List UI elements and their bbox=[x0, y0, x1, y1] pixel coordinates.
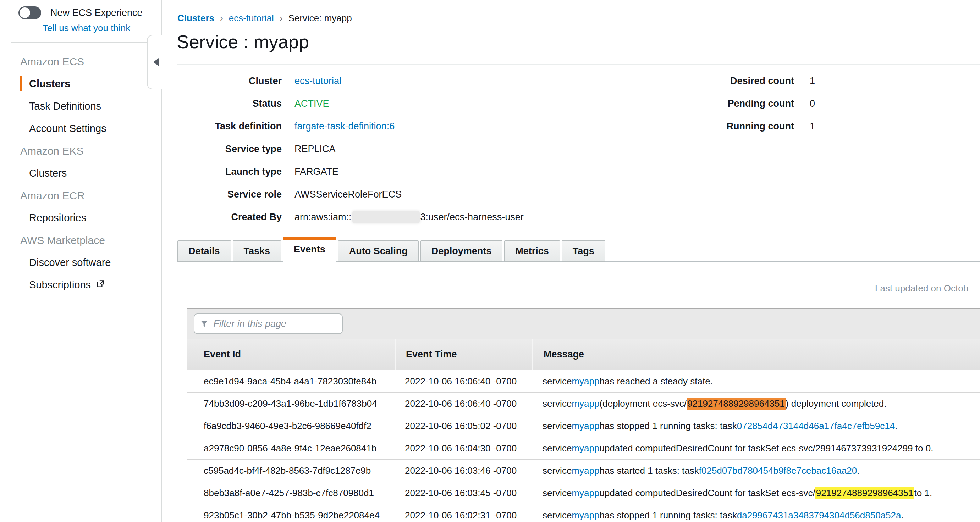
message-link[interactable]: myapp bbox=[572, 488, 599, 498]
sidebar-item-subscriptions[interactable]: Subscriptions bbox=[0, 274, 161, 296]
detail-link[interactable]: fargate-task-definition:6 bbox=[294, 121, 395, 132]
tab-metrics[interactable]: Metrics bbox=[504, 240, 560, 262]
detail-label: Created By bbox=[177, 212, 282, 223]
message-cell: service myapp has stopped 1 running task… bbox=[532, 415, 980, 437]
last-updated-text: Last updated on Octob bbox=[875, 283, 968, 294]
event-row: a2978c90-0856-4a8e-9f4c-12eae260841b2022… bbox=[187, 437, 980, 460]
message-link[interactable]: myapp bbox=[572, 510, 599, 521]
detail-value-service-type: REPLICA bbox=[294, 144, 336, 155]
breadcrumb-separator-icon: › bbox=[220, 13, 223, 24]
event-time-cell: 2022-10-06 16:03:46 -0700 bbox=[395, 460, 532, 482]
event-row: 923b05c1-30b2-47bb-b535-9d2be22084e42022… bbox=[187, 504, 980, 522]
tab-details[interactable]: Details bbox=[177, 240, 231, 262]
sidebar-item-account-settings[interactable]: Account Settings bbox=[0, 117, 161, 140]
toggle-knob-icon bbox=[19, 8, 30, 18]
breadcrumb-separator-icon: › bbox=[280, 13, 283, 24]
event-time-cell: 2022-10-06 16:04:30 -0700 bbox=[395, 437, 532, 459]
created-by-suffix: 3:user/ecs-harness-user bbox=[420, 212, 524, 223]
message-text: service bbox=[542, 465, 572, 476]
sidebar-item-label: Clusters bbox=[29, 73, 70, 95]
events-table-header: Event IdEvent TimeMessage bbox=[187, 340, 980, 370]
service-counts: Desired count1Pending count0Running coun… bbox=[695, 70, 815, 138]
count-value: 1 bbox=[810, 76, 815, 87]
breadcrumb: Clusters›ecs-tutorial›Service: myapp bbox=[177, 13, 352, 24]
filter-box[interactable] bbox=[194, 314, 343, 334]
tab-auto-scaling[interactable]: Auto Scaling bbox=[338, 240, 419, 262]
message-text: has started 1 tasks: task bbox=[599, 465, 698, 476]
event-id-cell: 8beb3a8f-a0e7-4257-983b-c7fc870980d1 bbox=[187, 482, 395, 504]
detail-row-service-type: Service typeREPLICA bbox=[177, 138, 524, 160]
active-item-bar bbox=[20, 76, 22, 92]
event-row: 74bb3d09-c209-43a1-96be-1db1f6783b042022… bbox=[187, 393, 980, 415]
filter-input[interactable] bbox=[213, 318, 336, 330]
message-link[interactable]: myapp bbox=[572, 443, 599, 454]
message-link[interactable]: myapp bbox=[572, 398, 599, 409]
message-link[interactable]: myapp bbox=[572, 376, 599, 387]
detail-row-task-definition: Task definitionfargate-task-definition:6 bbox=[177, 115, 524, 138]
tab-bar: DetailsTasksEventsAuto ScalingDeployment… bbox=[177, 239, 607, 262]
message-text: updated computedDesiredCount for taskSet… bbox=[599, 488, 815, 498]
sidebar-nav: Amazon ECSClustersTask DefinitionsAccoun… bbox=[0, 50, 161, 296]
sidebar-item-clusters[interactable]: Clusters bbox=[0, 162, 161, 184]
message-text: (deployment ecs-svc/ bbox=[599, 398, 687, 409]
breadcrumb-current-service-myapp: Service: myapp bbox=[288, 13, 352, 24]
detail-label: Task definition bbox=[177, 121, 282, 132]
event-row: 8beb3a8f-a0e7-4257-983b-c7fc870980d12022… bbox=[187, 482, 980, 504]
sidebar-item-clusters[interactable]: Clusters bbox=[0, 73, 161, 95]
event-time-cell: 2022-10-06 16:05:02 -0700 bbox=[395, 415, 532, 437]
count-label: Running count bbox=[695, 121, 794, 132]
detail-text: ACTIVE bbox=[294, 98, 329, 109]
event-id-cell: f6a9cdb3-9460-49e3-b2c6-98669e40fdf2 bbox=[187, 415, 395, 437]
detail-value-created-by: arn:aws:iam::3:user/ecs-harness-user bbox=[294, 211, 524, 223]
new-experience-toggle-row: New ECS Experience bbox=[18, 6, 143, 19]
sidebar-divider bbox=[11, 42, 149, 43]
feedback-link[interactable]: Tell us what you think bbox=[43, 23, 130, 34]
message-link[interactable]: myapp bbox=[572, 465, 599, 476]
sidebar-item-discover-software[interactable]: Discover software bbox=[0, 251, 161, 274]
event-row: ec9e1d94-9aca-45b4-a4a1-7823030fe84b2022… bbox=[187, 370, 980, 393]
search-highlight-orange: 9219274889298964351 bbox=[687, 398, 786, 409]
column-header-event-id: Event Id bbox=[187, 340, 395, 370]
message-link[interactable]: 072854d473144d46a17fa4c7efb59c14 bbox=[737, 420, 895, 432]
event-id-cell: a2978c90-0856-4a8e-9f4c-12eae260841b bbox=[187, 437, 395, 459]
breadcrumb-link-ecs-tutorial[interactable]: ecs-tutorial bbox=[229, 13, 274, 24]
detail-text: AWSServiceRoleForECS bbox=[294, 189, 402, 200]
message-link[interactable]: da29967431a3483794304d56d850a52a bbox=[737, 510, 901, 521]
new-ecs-experience-label: New ECS Experience bbox=[50, 8, 143, 19]
message-link[interactable]: f025d07bd780454b9f8e7cebac16aa20 bbox=[699, 465, 857, 476]
sidebar-section-amazon-ecs: Amazon ECS bbox=[0, 50, 161, 73]
count-label: Pending count bbox=[695, 98, 794, 109]
message-text: to 1. bbox=[914, 488, 932, 498]
sidebar-collapse-button[interactable] bbox=[147, 35, 164, 89]
message-text: has stopped 1 running tasks: task bbox=[599, 420, 737, 432]
sidebar-item-task-definitions[interactable]: Task Definitions bbox=[0, 95, 161, 117]
count-row-desired-count: Desired count1 bbox=[695, 70, 815, 92]
message-link[interactable]: myapp bbox=[572, 420, 599, 432]
new-ecs-experience-toggle[interactable] bbox=[18, 6, 41, 19]
redacted-account-id bbox=[352, 211, 420, 223]
sidebar-item-repositories[interactable]: Repositories bbox=[0, 207, 161, 229]
breadcrumb-link-clusters[interactable]: Clusters bbox=[177, 13, 214, 24]
detail-value-task-definition: fargate-task-definition:6 bbox=[294, 121, 395, 132]
detail-row-created-by: Created Byarn:aws:iam::3:user/ecs-harnes… bbox=[177, 206, 524, 228]
event-time-cell: 2022-10-06 16:06:40 -0700 bbox=[395, 393, 532, 414]
sidebar-item-label: Subscriptions bbox=[29, 274, 91, 296]
sidebar-section-amazon-ecr: Amazon ECR bbox=[0, 184, 161, 207]
event-row: c595ad4c-bf4f-482b-8563-7df9c1287e9b2022… bbox=[187, 460, 980, 482]
detail-label: Service role bbox=[177, 189, 282, 200]
detail-link[interactable]: ecs-tutorial bbox=[294, 76, 341, 87]
events-panel: Event IdEvent TimeMessage ec9e1d94-9aca-… bbox=[187, 308, 980, 522]
count-row-running-count: Running count1 bbox=[695, 115, 815, 138]
tab-events[interactable]: Events bbox=[283, 237, 336, 262]
event-time-cell: 2022-10-06 16:03:45 -0700 bbox=[395, 482, 532, 504]
tab-tasks[interactable]: Tasks bbox=[233, 240, 282, 262]
message-text: service bbox=[542, 398, 572, 409]
event-id-cell: c595ad4c-bf4f-482b-8563-7df9c1287e9b bbox=[187, 460, 395, 482]
detail-row-launch-type: Launch typeFARGATE bbox=[177, 160, 524, 183]
tab-deployments[interactable]: Deployments bbox=[420, 240, 503, 262]
sidebar: New ECS Experience Tell us what you thin… bbox=[0, 0, 162, 522]
title-divider bbox=[177, 64, 980, 65]
count-value: 0 bbox=[810, 98, 815, 109]
message-cell: service myapp updated computedDesiredCou… bbox=[532, 482, 980, 504]
tab-tags[interactable]: Tags bbox=[562, 240, 605, 262]
